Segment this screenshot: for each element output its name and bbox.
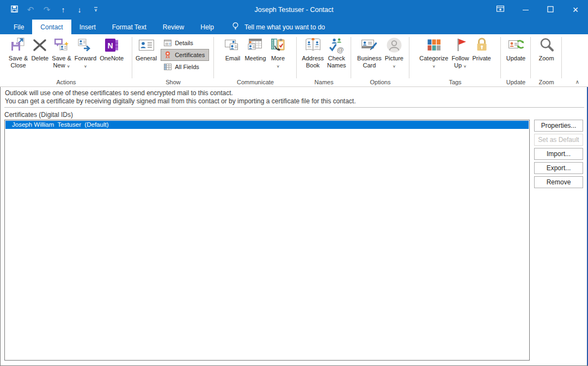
certificate-list-item[interactable]: Joseph William Testuser (Default) xyxy=(5,121,529,129)
customize-quick-access-toolbar-button[interactable]: ∨ xyxy=(88,2,103,17)
more-button[interactable]: More∨ xyxy=(268,35,289,77)
group-label-show: Show xyxy=(132,79,214,85)
all-fields-label: All Fields xyxy=(175,64,199,70)
set-as-default-button[interactable]: Set as Default xyxy=(534,134,583,146)
save-new-button[interactable]: Save &New ∨ xyxy=(50,35,72,77)
info-text: Outlook will use one of these certificat… xyxy=(5,89,356,105)
properties-button[interactable]: Properties... xyxy=(534,120,583,132)
redo-button[interactable]: ↷ xyxy=(39,2,54,17)
next-item-button[interactable]: ↓ xyxy=(72,2,87,17)
ribbon-group-update: Update Update xyxy=(501,34,531,86)
minimize-button[interactable] xyxy=(513,0,538,20)
undo-icon: ↶ xyxy=(27,5,34,15)
categorize-icon xyxy=(425,36,443,54)
zoom-button[interactable]: Zoom xyxy=(536,35,557,77)
certificates-button[interactable]: Certificates xyxy=(161,49,209,61)
follow-up-button[interactable]: FollowUp ∨ xyxy=(450,35,470,77)
maximize-button[interactable] xyxy=(538,0,563,20)
details-label: Details xyxy=(175,40,193,46)
dropdown-chevron-icon: ∨ xyxy=(393,63,396,69)
svg-text:@: @ xyxy=(337,46,344,54)
close-icon: × xyxy=(573,4,579,16)
group-label-names: Names xyxy=(297,79,351,85)
check-names-button[interactable]: @ CheckNames xyxy=(326,35,348,77)
undo-button[interactable]: ↶ xyxy=(23,2,38,17)
picture-button[interactable]: Picture∨ xyxy=(383,35,405,77)
all-fields-button[interactable]: All Fields xyxy=(161,61,209,73)
ribbon-group-show: General Details Certificates xyxy=(132,34,214,86)
quick-access-toolbar: ↶ ↷ ↑ ↓ ∨ xyxy=(7,2,103,17)
up-arrow-icon: ↑ xyxy=(62,5,65,14)
titlebar: ↶ ↷ ↑ ↓ ∨ Joseph Testuser - Contact × xyxy=(0,0,588,20)
dropdown-chevron-icon: ∨ xyxy=(432,63,436,69)
tab-file[interactable]: File xyxy=(5,20,32,34)
delete-button[interactable]: Delete xyxy=(29,35,50,77)
update-button[interactable]: Update xyxy=(505,35,527,77)
group-label-options: Options xyxy=(351,79,409,85)
ribbon-group-options: BusinessCard Picture∨ Options xyxy=(351,34,409,86)
private-lock-icon xyxy=(473,36,491,54)
window-controls: × xyxy=(488,0,588,20)
tell-me-box[interactable]: Tell me what you want to do xyxy=(231,20,325,34)
group-label-update: Update xyxy=(501,79,531,85)
save-new-icon xyxy=(53,36,70,54)
dropdown-chevron-icon: ∨ xyxy=(67,63,70,69)
export-button[interactable]: Export... xyxy=(534,162,583,174)
follow-up-flag-icon xyxy=(451,36,469,54)
certificates-listbox[interactable]: Joseph William Testuser (Default) xyxy=(4,120,530,361)
certificates-label: Certificates xyxy=(175,52,205,58)
business-card-button[interactable]: BusinessCard xyxy=(356,35,383,77)
categorize-button[interactable]: Categorize∨ xyxy=(418,35,450,77)
picture-icon xyxy=(385,36,403,54)
meeting-icon xyxy=(247,36,264,54)
all-fields-icon xyxy=(163,63,172,71)
details-button[interactable]: Details xyxy=(161,37,209,49)
save-close-icon xyxy=(10,36,27,54)
forward-icon xyxy=(77,36,94,54)
more-icon xyxy=(270,36,287,54)
email-button[interactable]: Email xyxy=(222,35,243,77)
tab-review[interactable]: Review xyxy=(155,20,192,34)
address-book-icon xyxy=(304,36,322,54)
onenote-icon: N xyxy=(103,36,120,54)
zoom-magnifier-icon xyxy=(538,36,555,54)
dropdown-chevron-icon: ∨ xyxy=(277,63,280,69)
address-book-button[interactable]: AddressBook xyxy=(300,35,325,77)
check-names-icon: @ xyxy=(328,36,345,54)
tell-me-label: Tell me what you want to do xyxy=(244,23,325,31)
dropdown-chevron-icon: ∨ xyxy=(84,63,87,69)
import-button[interactable]: Import... xyxy=(534,148,583,160)
general-button[interactable]: General xyxy=(134,35,158,77)
tab-format-text[interactable]: Format Text xyxy=(104,20,155,34)
onenote-button[interactable]: N OneNote xyxy=(98,35,125,77)
save-button[interactable] xyxy=(7,2,22,17)
close-button[interactable]: × xyxy=(563,0,588,20)
group-label-zoom: Zoom xyxy=(531,79,562,85)
general-icon xyxy=(138,36,155,54)
separator-line xyxy=(4,107,584,108)
certificates-list-label: Certificates (Digital IDs) xyxy=(4,111,73,119)
private-button[interactable]: Private xyxy=(470,35,492,77)
forward-button[interactable]: Forward∨ xyxy=(73,35,98,77)
remove-button[interactable]: Remove xyxy=(534,176,583,188)
tab-help[interactable]: Help xyxy=(192,20,222,34)
previous-item-button[interactable]: ↑ xyxy=(56,2,71,17)
tab-insert[interactable]: Insert xyxy=(71,20,104,34)
info-line-2: You can get a certificate by receiving d… xyxy=(5,97,356,106)
meeting-button[interactable]: Meeting xyxy=(243,35,267,77)
info-line-1: Outlook will use one of these certificat… xyxy=(5,89,356,97)
minimize-icon xyxy=(523,10,529,10)
group-label-actions: Actions xyxy=(0,79,132,85)
ribbon-display-options-button[interactable] xyxy=(488,0,513,20)
certificates-page: Outlook will use one of these certificat… xyxy=(0,87,588,366)
ribbon-group-zoom: Zoom Zoom xyxy=(531,34,562,86)
outlook-contact-window: ↶ ↷ ↑ ↓ ∨ Joseph Testuser - Contact × Fi… xyxy=(0,0,588,366)
svg-text:N: N xyxy=(108,41,113,50)
collapse-ribbon-button[interactable]: ∧ xyxy=(575,79,579,85)
save-close-button[interactable]: Save &Close xyxy=(7,35,29,77)
collapse-ribbon-icon: ∧ xyxy=(575,79,579,85)
tab-contact[interactable]: Contact xyxy=(32,20,71,34)
ribbon-group-tags: Categorize∨ FollowUp ∨ Private Tags xyxy=(409,34,501,86)
customize-qat-icon: ∨ xyxy=(94,7,97,13)
ribbon-group-actions: Save &Close Delete Save &New ∨ xyxy=(0,34,132,86)
